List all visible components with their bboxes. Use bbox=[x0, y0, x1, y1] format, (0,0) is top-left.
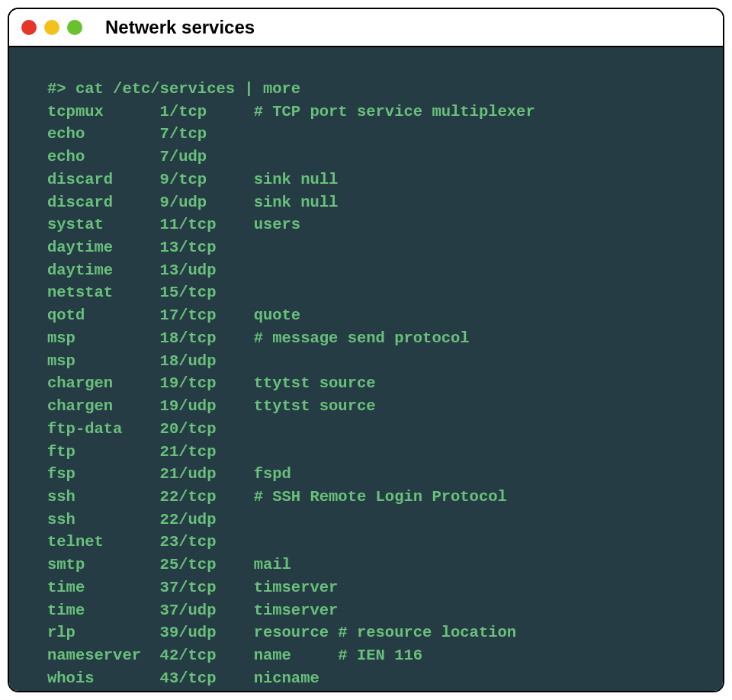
close-icon[interactable] bbox=[21, 20, 37, 35]
minimize-icon[interactable] bbox=[44, 20, 59, 35]
terminal-window: Netwerk services #> cat /etc/services | … bbox=[8, 8, 724, 692]
traffic-lights bbox=[21, 20, 82, 35]
zoom-icon[interactable] bbox=[67, 20, 82, 35]
terminal-output[interactable]: #> cat /etc/services | more tcpmux 1/tcp… bbox=[9, 47, 723, 692]
titlebar: Netwerk services bbox=[9, 9, 723, 47]
window-title: Netwerk services bbox=[105, 17, 255, 38]
